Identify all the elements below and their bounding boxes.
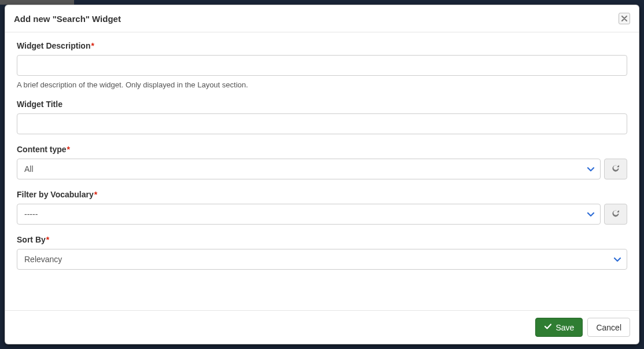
filter-vocab-group: Filter by Vocabulary* -----: [17, 190, 627, 225]
sort-by-label: Sort By*: [17, 235, 627, 244]
refresh-icon: [611, 209, 620, 220]
sort-by-group: Sort By* Relevancy: [17, 235, 627, 270]
content-type-label: Content type*: [17, 145, 627, 154]
content-type-row: All: [17, 159, 627, 179]
content-type-select-wrap: All: [17, 159, 601, 179]
widget-title-label: Widget Title: [17, 100, 627, 109]
add-search-widget-modal: Add new "Search" Widget Widget Descripti…: [5, 5, 639, 344]
required-asterisk: *: [67, 145, 70, 154]
required-asterisk: *: [94, 190, 97, 199]
widget-description-input[interactable]: [17, 55, 627, 76]
required-asterisk: *: [91, 41, 94, 50]
widget-title-input[interactable]: [17, 113, 627, 134]
filter-vocab-select-wrap: -----: [17, 204, 601, 225]
refresh-icon: [611, 164, 620, 175]
save-button[interactable]: Save: [535, 318, 583, 337]
label-text: Widget Description: [17, 41, 90, 50]
save-label: Save: [555, 323, 574, 332]
widget-description-help: A brief description of the widget. Only …: [17, 80, 627, 89]
modal-body: Widget Description* A brief description …: [5, 32, 639, 310]
filter-vocab-label: Filter by Vocabulary*: [17, 190, 627, 199]
filter-vocab-refresh-button[interactable]: [604, 204, 627, 225]
filter-vocab-select[interactable]: -----: [17, 204, 601, 225]
content-type-select[interactable]: All: [17, 159, 601, 179]
filter-vocab-row: -----: [17, 204, 627, 225]
modal-header: Add new "Search" Widget: [5, 5, 639, 32]
label-text: Content type: [17, 145, 67, 154]
sort-by-select-wrap: Relevancy: [17, 249, 627, 270]
widget-title-group: Widget Title: [17, 100, 627, 134]
check-icon: [544, 322, 552, 332]
sort-by-select[interactable]: Relevancy: [17, 249, 627, 270]
modal-footer: Save Cancel: [5, 310, 639, 344]
content-type-refresh-button[interactable]: [604, 159, 627, 179]
content-type-group: Content type* All: [17, 145, 627, 179]
close-icon: [621, 13, 627, 24]
label-text: Sort By: [17, 235, 46, 244]
widget-description-group: Widget Description* A brief description …: [17, 41, 627, 89]
required-asterisk: *: [46, 235, 49, 244]
widget-description-label: Widget Description*: [17, 41, 627, 50]
label-text: Filter by Vocabulary: [17, 190, 94, 199]
cancel-button[interactable]: Cancel: [587, 318, 630, 337]
modal-title: Add new "Search" Widget: [14, 14, 121, 24]
backdrop-strip: [0, 0, 74, 5]
cancel-label: Cancel: [596, 323, 621, 332]
close-button[interactable]: [619, 13, 630, 24]
